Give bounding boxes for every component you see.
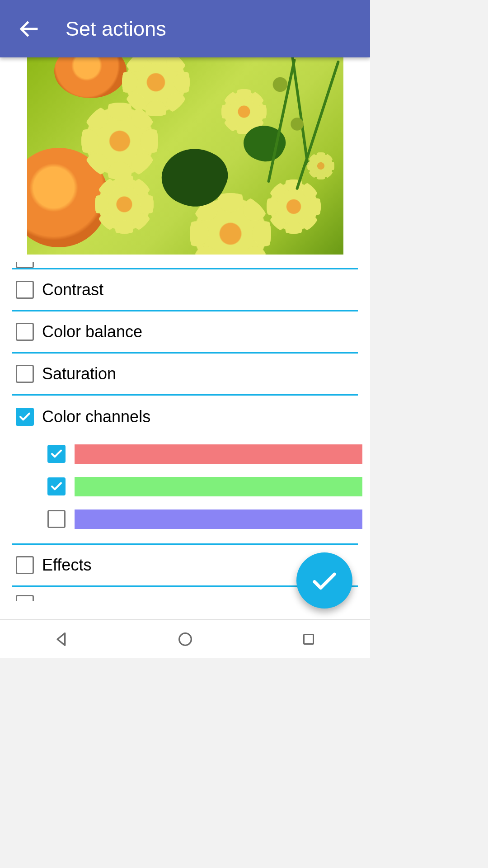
- swatch-green: [75, 477, 362, 496]
- confirm-fab[interactable]: [296, 552, 352, 609]
- nav-recent-icon: [300, 631, 317, 647]
- list-item-partial-top[interactable]: [12, 255, 358, 269]
- back-button[interactable]: [14, 13, 45, 45]
- label-saturation: Saturation: [42, 364, 116, 383]
- checkbox-channel-blue[interactable]: [47, 510, 66, 528]
- checkbox-contrast[interactable]: [16, 281, 34, 299]
- app-bar: Set actions: [0, 0, 370, 57]
- swatch-red: [75, 444, 362, 464]
- channel-row-blue[interactable]: [47, 503, 358, 535]
- checkbox-partial-bottom[interactable]: [16, 595, 34, 601]
- checkbox-channel-red[interactable]: [47, 445, 66, 463]
- checkbox-effects[interactable]: [16, 556, 34, 574]
- preview-image: [27, 57, 343, 255]
- nav-back-icon: [53, 630, 71, 648]
- checkbox-partial[interactable]: [16, 262, 34, 268]
- nav-home-button[interactable]: [172, 626, 199, 653]
- channel-row-red[interactable]: [47, 438, 358, 470]
- check-icon: [310, 566, 339, 595]
- system-nav-bar: [0, 619, 370, 658]
- svg-point-0: [179, 633, 191, 645]
- preview-container: [0, 57, 370, 255]
- checkbox-color-channels[interactable]: [16, 408, 34, 426]
- checkbox-channel-green[interactable]: [47, 477, 66, 495]
- list-item-color-channels[interactable]: Color channels: [12, 396, 358, 545]
- list-item-contrast[interactable]: Contrast: [12, 269, 358, 311]
- page-title: Set actions: [66, 17, 166, 41]
- swatch-blue: [75, 509, 362, 529]
- label-color-balance: Color balance: [42, 322, 142, 341]
- checkbox-color-balance[interactable]: [16, 323, 34, 341]
- label-contrast: Contrast: [42, 280, 103, 299]
- checkbox-saturation[interactable]: [16, 365, 34, 383]
- label-effects: Effects: [42, 556, 91, 575]
- channel-row-green[interactable]: [47, 470, 358, 503]
- label-color-channels: Color channels: [42, 407, 150, 426]
- nav-recent-button[interactable]: [295, 626, 322, 653]
- arrow-left-icon: [19, 18, 40, 40]
- svg-rect-1: [304, 634, 313, 644]
- list-item-color-balance[interactable]: Color balance: [12, 311, 358, 354]
- nav-home-icon: [176, 630, 194, 648]
- nav-back-button[interactable]: [48, 626, 75, 653]
- list-item-saturation[interactable]: Saturation: [12, 354, 358, 396]
